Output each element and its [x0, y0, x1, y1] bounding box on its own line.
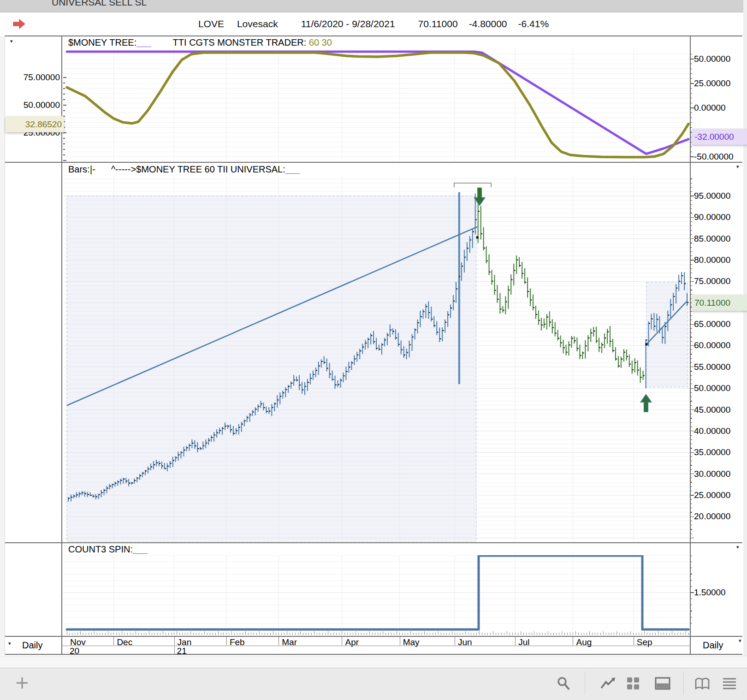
indicator-right-value-badge: -32.00000 [692, 129, 747, 145]
chart-canvas[interactable] [0, 0, 747, 700]
indicator-left-value-badge: 32.86520 [6, 116, 64, 132]
app-window: UNIVERSAL SELL SL LOVE Lovesack 11/6/202… [0, 0, 747, 700]
last-price-badge: 70.11000 [692, 295, 747, 311]
